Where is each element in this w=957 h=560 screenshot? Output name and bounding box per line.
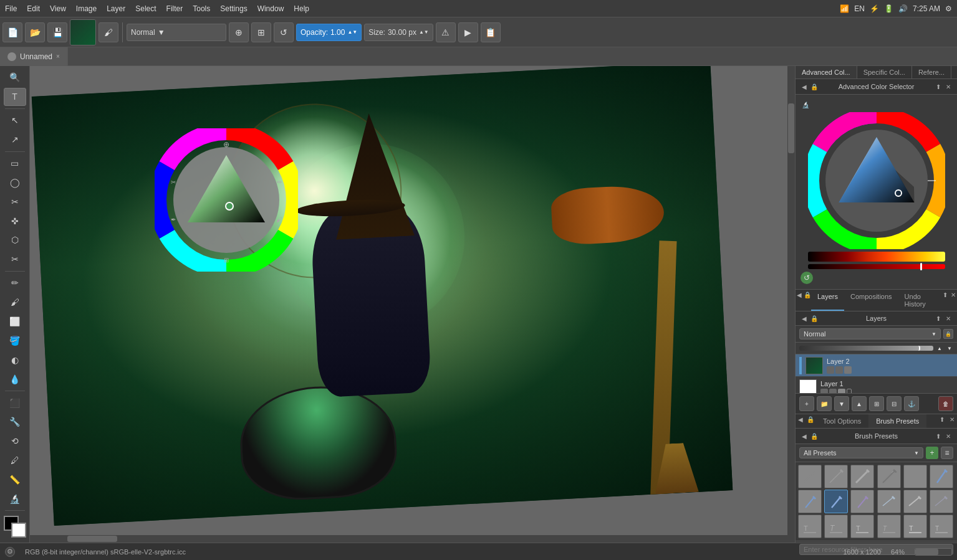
menu-select[interactable]: Select (130, 2, 161, 16)
tool-transform[interactable]: ⬛ (4, 394, 26, 412)
tab-layers[interactable]: Layers (811, 290, 844, 311)
canvas-tab[interactable]: Unnamed × (0, 47, 68, 66)
brush-item[interactable]: T (824, 515, 848, 538)
brush-panel-lock[interactable]: 🔒 (806, 414, 815, 424)
color-panel-close-btn[interactable]: ✕ (943, 82, 953, 92)
brush-item[interactable] (850, 490, 874, 513)
fg-bg-colors[interactable] (4, 516, 26, 538)
brush-panel-expand[interactable]: ◀ (796, 414, 806, 424)
opacity-control[interactable]: Opacity: 1.00 ▲▼ (296, 24, 362, 41)
brush-header-lock[interactable]: 🔒 (809, 431, 819, 441)
tool-smudge[interactable]: 💧 (4, 370, 26, 388)
brush-item[interactable]: T (850, 515, 874, 538)
layer-up-arrow[interactable]: ▲ (936, 344, 943, 352)
layer-opacity-row[interactable]: ▲ ▼ (796, 343, 957, 354)
canvas-container[interactable]: ⊕ ✏ 🖌 ⊞ ✒ ✂ (30, 66, 795, 543)
tool-pencil[interactable]: ✏ (4, 274, 26, 292)
layers-header-float[interactable]: ⬆ (933, 313, 943, 323)
tool-crop[interactable]: ⟲ (4, 432, 26, 450)
tool-free-select[interactable]: ✂ (4, 192, 26, 211)
tab-reference[interactable]: Refere... (912, 66, 951, 78)
brush-item[interactable] (798, 465, 822, 488)
tool-colorpicker[interactable]: 🔬 (4, 490, 26, 508)
tool-text[interactable]: T (4, 88, 26, 106)
layer-add-btn[interactable]: + (799, 396, 814, 411)
tab-close-button[interactable]: × (56, 53, 60, 60)
layers-panel-lock-btn[interactable]: 🔒 (803, 290, 810, 300)
brush-item[interactable]: T (903, 515, 927, 538)
blend-mode-dropdown[interactable]: Normal ▼ (127, 24, 226, 41)
brush-item[interactable] (824, 465, 848, 488)
tool-fuzzy-select[interactable]: ✜ (4, 212, 26, 230)
tool-fill[interactable]: 🪣 (4, 331, 26, 349)
layer-up-btn[interactable]: ▲ (852, 396, 867, 411)
opacity-stepper[interactable]: ▲▼ (347, 29, 357, 35)
layer-row[interactable]: Layer 1 (796, 377, 957, 393)
tool-move[interactable]: ↖ (4, 112, 26, 130)
tool-flip[interactable]: 🔧 (4, 413, 26, 431)
brush-panel-float[interactable]: ⬆ (937, 414, 947, 424)
tab-advanced-color[interactable]: Advanced Col... (796, 66, 857, 78)
zoom-bar[interactable] (915, 548, 952, 556)
brush-item[interactable] (903, 465, 927, 488)
tool-ellipse-select[interactable]: ◯ (4, 173, 26, 191)
color-panel-float-btn[interactable]: ⬆ (933, 82, 943, 92)
tool-color-select[interactable]: ⬡ (4, 231, 26, 249)
brush-item[interactable] (930, 490, 953, 513)
new-button[interactable]: 📄 (2, 22, 22, 42)
menu-view[interactable]: View (45, 2, 71, 16)
menu-image[interactable]: Image (71, 2, 102, 16)
brush-item[interactable] (903, 490, 927, 513)
menu-filter[interactable]: Filter (161, 2, 188, 16)
brush-item[interactable] (877, 465, 901, 488)
brush-item-selected[interactable] (824, 490, 848, 513)
color-wheel-popup[interactable]: ⊕ ✏ 🖌 ⊞ ✒ ✂ (155, 128, 298, 272)
layer-copy-btn[interactable]: ⊞ (869, 396, 884, 411)
brush-header-float[interactable]: ⬆ (933, 431, 943, 441)
brush-panel-close[interactable]: ✕ (947, 414, 957, 424)
menu-edit[interactable]: Edit (22, 2, 45, 16)
layers-header-expand[interactable]: ◀ (799, 313, 809, 323)
layer-merge-btn[interactable]: ⊟ (887, 396, 902, 411)
layers-panel-float-btn[interactable]: ⬆ (941, 290, 949, 300)
color-wheel-container[interactable] (808, 112, 945, 249)
tool-measure[interactable]: 📏 (4, 471, 26, 489)
menu-window[interactable]: Window (252, 2, 289, 16)
brush-item[interactable]: T (798, 515, 822, 538)
open-button[interactable]: 📂 (25, 22, 45, 42)
size-stepper[interactable]: ▲▼ (419, 29, 429, 35)
brush-preset-dropdown[interactable]: All Presets ▼ (799, 447, 923, 458)
tab-compositions[interactable]: Compositions (844, 290, 898, 311)
layer-anchor-btn[interactable]: ⚓ (904, 396, 919, 411)
vertical-scrollbar[interactable] (787, 66, 795, 543)
color-gradient-bar[interactable] (808, 252, 945, 262)
horizontal-scrollbar[interactable] (30, 535, 787, 543)
layer-opacity-lock[interactable]: 🔒 (943, 329, 953, 339)
color-refresh-btn[interactable]: ↺ (801, 272, 813, 284)
menu-help[interactable]: Help (289, 2, 314, 16)
layer-row[interactable]: Layer 2 (796, 354, 957, 377)
play-button[interactable]: ▶ (458, 22, 478, 42)
menu-tools[interactable]: Tools (188, 2, 215, 16)
tool-rect-select[interactable]: ▭ (4, 154, 26, 172)
tab-brush-presets[interactable]: Brush Presets (868, 414, 926, 428)
layer-down-btn[interactable]: ▼ (834, 396, 849, 411)
layer-group-btn[interactable]: 📁 (817, 396, 832, 411)
brush-add-btn[interactable]: + (926, 447, 938, 459)
brush-item[interactable] (877, 490, 901, 513)
tab-tool-options[interactable]: Tool Options (815, 414, 868, 428)
menu-layer[interactable]: Layer (102, 2, 130, 16)
tool-paths[interactable]: 🖊 (4, 452, 26, 470)
brush-header-expand[interactable]: ◀ (799, 431, 809, 441)
brush-options-button[interactable]: 🖌 (99, 22, 118, 42)
horizontal-scroll-thumb[interactable] (67, 536, 117, 542)
tab-undo-history[interactable]: Undo History (898, 290, 942, 311)
color-panel-lock-btn[interactable]: 🔒 (809, 82, 819, 92)
panel-color-wheel[interactable]: 🔬 (796, 95, 957, 289)
status-icon[interactable]: ⚙ (5, 547, 15, 557)
layer-mode-dropdown[interactable]: Normal ▼ (799, 328, 941, 339)
layer-opacity-slider[interactable] (799, 346, 933, 351)
tool-option-1[interactable]: ⊕ (229, 22, 249, 42)
layers-panel-close-btn[interactable]: ✕ (950, 290, 957, 300)
tool-dodge-burn[interactable]: ◐ (4, 351, 26, 369)
